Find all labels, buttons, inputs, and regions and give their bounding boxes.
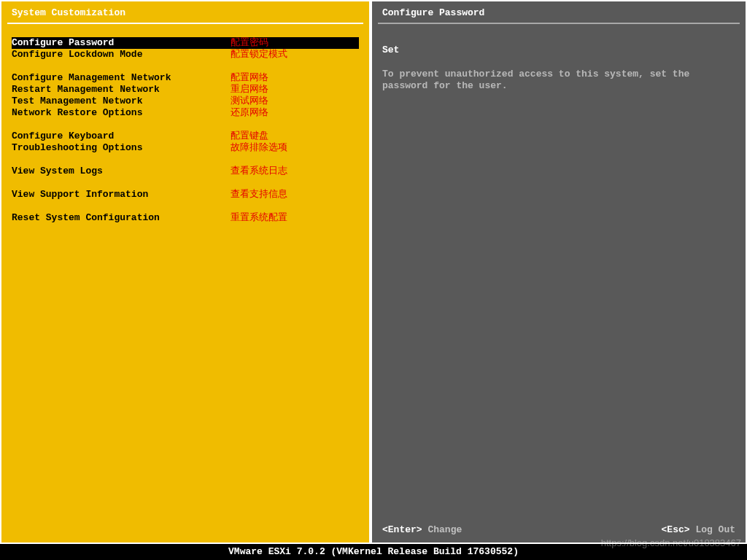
menu-item-label: View Support Information (12, 189, 231, 201)
menu-item-label: Restart Management Network (12, 84, 231, 96)
enter-key-label: Change (427, 524, 462, 535)
menu-item[interactable]: Configure Lockdown Mode配置锁定模式 (12, 49, 359, 61)
menu-item[interactable]: Configure Password配置密码 (12, 37, 359, 49)
menu-item[interactable]: Reset System Configuration重置系统配置 (12, 212, 359, 224)
menu-group: Configure Password配置密码Configure Lockdown… (12, 37, 359, 61)
menu-item-label: Configure Keyboard (12, 131, 231, 142)
menu-item-annotation: 配置密码 (231, 37, 268, 49)
menu-item-label: Troubleshooting Options (12, 142, 231, 154)
menu-list: Configure Password配置密码Configure Lockdown… (1, 37, 369, 236)
esc-key: <Esc> (662, 524, 690, 535)
menu-item[interactable]: Configure Keyboard配置键盘 (12, 131, 359, 142)
menu-group: Configure Keyboard配置键盘Troubleshooting Op… (12, 131, 359, 154)
menu-item-label: Configure Password (12, 37, 231, 49)
right-pane: Configure Password Set To prevent unauth… (371, 0, 747, 544)
menu-item[interactable]: Restart Management Network重启网络 (12, 84, 359, 96)
menu-item-annotation: 重启网络 (231, 84, 268, 96)
menu-item[interactable]: Network Restore Options还原网络 (12, 107, 359, 119)
menu-item[interactable]: Troubleshooting Options故障排除选项 (12, 142, 359, 154)
menu-item-label: Configure Lockdown Mode (12, 49, 231, 61)
menu-item[interactable]: Configure Management Network配置网络 (12, 72, 359, 84)
menu-item[interactable]: View Support Information查看支持信息 (12, 189, 359, 201)
status-bar: VMware ESXi 7.0.2 (VMKernel Release Buil… (0, 544, 747, 560)
dcui-screen: System Customization Configure Password配… (0, 0, 747, 560)
menu-item-label: Configure Management Network (12, 72, 231, 84)
menu-group: Reset System Configuration重置系统配置 (12, 212, 359, 224)
panes: System Customization Configure Password配… (0, 0, 747, 544)
menu-item-annotation: 配置键盘 (231, 131, 268, 142)
enter-hint[interactable]: <Enter> Change (382, 524, 462, 535)
detail-heading: Set (382, 44, 735, 55)
esc-hint[interactable]: <Esc> Log Out (662, 524, 735, 535)
menu-item-annotation: 查看系统日志 (231, 166, 287, 177)
left-pane-title: System Customization (1, 1, 369, 23)
menu-group: View Support Information查看支持信息 (12, 189, 359, 201)
menu-item-annotation: 配置网络 (231, 72, 268, 84)
menu-item-annotation: 还原网络 (231, 107, 268, 119)
menu-group: Configure Management Network配置网络Restart … (12, 72, 359, 119)
right-pane-title: Configure Password (372, 1, 746, 23)
menu-item-label: Reset System Configuration (12, 212, 231, 224)
menu-group: View System Logs查看系统日志 (12, 166, 359, 177)
detail-body: To prevent unauthorized access to this s… (382, 69, 735, 92)
esc-key-label: Log Out (695, 524, 735, 535)
menu-item[interactable]: View System Logs查看系统日志 (12, 166, 359, 177)
menu-item-label: Network Restore Options (12, 107, 231, 119)
enter-key: <Enter> (382, 524, 422, 535)
keybar: <Enter> Change <Esc> Log Out (372, 524, 746, 535)
menu-item[interactable]: Test Management Network测试网络 (12, 96, 359, 107)
left-rule (7, 23, 363, 24)
menu-item-annotation: 测试网络 (231, 96, 268, 107)
menu-item-annotation: 查看支持信息 (231, 189, 287, 201)
menu-item-annotation: 重置系统配置 (231, 212, 287, 224)
menu-item-annotation: 故障排除选项 (231, 142, 287, 154)
menu-item-label: View System Logs (12, 166, 231, 177)
detail: Set To prevent unauthorized access to th… (372, 37, 746, 92)
right-rule (378, 23, 740, 24)
left-pane: System Customization Configure Password配… (0, 0, 371, 544)
menu-item-label: Test Management Network (12, 96, 231, 107)
menu-item-annotation: 配置锁定模式 (231, 49, 287, 61)
